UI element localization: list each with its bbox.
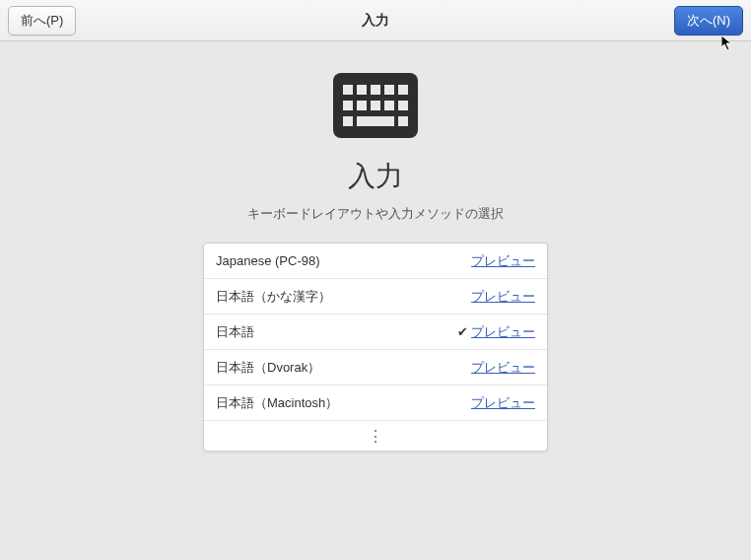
headerbar: 前へ(P) 入力 次へ(N) [0, 0, 751, 41]
layout-row[interactable]: 日本語（Dvorak） プレビュー [204, 350, 547, 385]
svg-rect-13 [398, 116, 408, 126]
input-source-list: Japanese (PC-98) プレビュー 日本語（かな漢字） プレビュー 日… [203, 243, 548, 452]
svg-rect-12 [357, 116, 394, 126]
svg-rect-4 [384, 85, 394, 95]
preview-link[interactable]: プレビュー [471, 323, 535, 341]
preview-link[interactable]: プレビュー [471, 252, 535, 270]
keyboard-icon [331, 71, 420, 140]
preview-link[interactable]: プレビュー [471, 359, 535, 377]
layout-row[interactable]: 日本語（Macintosh） プレビュー [204, 385, 547, 421]
svg-rect-8 [371, 101, 380, 110]
page-title: 入力 [348, 158, 403, 195]
svg-rect-10 [398, 101, 408, 110]
layout-name: Japanese (PC-98) [216, 253, 453, 268]
svg-rect-1 [343, 85, 353, 95]
svg-rect-9 [384, 101, 394, 110]
next-button[interactable]: 次へ(N) [674, 6, 743, 35]
header-title: 入力 [362, 12, 389, 30]
layout-name: 日本語（Macintosh） [216, 394, 453, 412]
layout-row[interactable]: 日本語（かな漢字） プレビュー [204, 279, 547, 315]
svg-rect-11 [343, 116, 353, 126]
layout-name: 日本語（Dvorak） [216, 359, 453, 377]
svg-rect-5 [398, 85, 408, 95]
more-icon: ⋮ [368, 427, 383, 446]
layout-name: 日本語 [216, 323, 453, 341]
layout-row[interactable]: 日本語 ✔ プレビュー [204, 315, 547, 350]
page-subtitle: キーボードレイアウトや入力メソッドの選択 [247, 205, 504, 223]
show-more-button[interactable]: ⋮ [204, 421, 547, 451]
check-icon: ✔ [453, 324, 471, 339]
svg-rect-2 [357, 85, 367, 95]
svg-rect-7 [357, 101, 367, 110]
layout-name: 日本語（かな漢字） [216, 288, 453, 306]
layout-row[interactable]: Japanese (PC-98) プレビュー [204, 244, 547, 279]
svg-rect-3 [371, 85, 380, 95]
preview-link[interactable]: プレビュー [471, 394, 535, 412]
preview-link[interactable]: プレビュー [471, 288, 535, 306]
main-content: 入力 キーボードレイアウトや入力メソッドの選択 Japanese (PC-98)… [0, 41, 751, 452]
svg-rect-6 [343, 101, 353, 110]
back-button[interactable]: 前へ(P) [8, 6, 76, 35]
